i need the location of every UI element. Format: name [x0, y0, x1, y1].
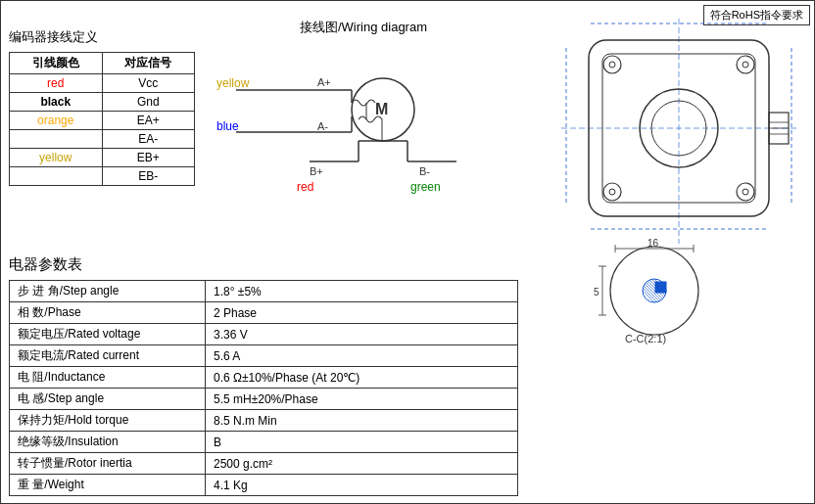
- table-row: 电 感/Step angle 5.5 mH±20%/Phase: [10, 389, 518, 410]
- signal-ea-minus: EA-: [102, 130, 195, 149]
- yellow-label: yellow: [216, 76, 250, 90]
- param-current-value: 5.6 A: [206, 345, 518, 367]
- svg-text:C-C(2:1): C-C(2:1): [625, 333, 666, 344]
- param-torque-label: 保持力矩/Hold torque: [10, 410, 206, 432]
- table-row: 重 量/Weight 4.1 Kg: [10, 475, 518, 496]
- wiring-section: 接线图/Wiring diagram M yellow A+ blue A- B…: [216, 19, 510, 206]
- wiring-diagram-svg: M yellow A+ blue A- B+ B-: [216, 46, 491, 203]
- table-row: 转子惯量/Rotor inertia 2500 g.cm²: [10, 453, 518, 475]
- encoder-section: 编码器接线定义 引线颜色 对应信号 red Vcc black Gnd oran…: [9, 28, 205, 186]
- svg-point-29: [603, 183, 621, 201]
- param-voltage-value: 3.36 V: [206, 324, 518, 345]
- wire-color-empty1: [10, 130, 103, 149]
- table-row: red Vcc: [10, 74, 195, 93]
- table-row: 相 数/Phase 2 Phase: [10, 302, 518, 324]
- wire-color-orange: orange: [10, 112, 103, 130]
- svg-text:5: 5: [594, 287, 599, 298]
- wire-color-yellow: yellow: [10, 149, 103, 167]
- table-row: 绝缘等级/Insulation B: [10, 432, 518, 453]
- param-step-angle-value: 1.8° ±5%: [206, 281, 518, 302]
- table-row: 保持力矩/Hold torque 8.5 N.m Min: [10, 410, 518, 432]
- signal-vcc: Vcc: [102, 74, 195, 93]
- svg-text:A-: A-: [317, 120, 328, 132]
- param-weight-value: 4.1 Kg: [206, 475, 518, 496]
- param-inductance2-value: 5.5 mH±20%/Phase: [206, 389, 518, 410]
- svg-text:M: M: [375, 101, 388, 117]
- mechanical-top-view-svg: [561, 19, 796, 244]
- svg-text:B-: B-: [419, 165, 430, 177]
- cross-section-svg: 16 5: [561, 237, 757, 354]
- params-section: 电器参数表 步 进 角/Step angle 1.8° ±5% 相 数/Phas…: [9, 255, 528, 496]
- svg-point-25: [603, 56, 621, 73]
- wire-color-red: red: [10, 74, 103, 93]
- signal-gnd: Gnd: [102, 93, 195, 112]
- encoder-header-color: 引线颜色: [10, 53, 103, 74]
- param-insulation-value: B: [206, 432, 518, 453]
- svg-point-28: [743, 62, 748, 68]
- param-current-label: 额定电流/Rated current: [10, 345, 206, 367]
- param-voltage-label: 额定电压/Rated voltage: [10, 324, 206, 345]
- mechanical-section: 16 5: [561, 19, 806, 357]
- encoder-header-signal: 对应信号: [102, 53, 195, 74]
- svg-text:A+: A+: [317, 76, 331, 88]
- red-label: red: [297, 180, 313, 194]
- params-table: 步 进 角/Step angle 1.8° ±5% 相 数/Phase 2 Ph…: [9, 280, 518, 496]
- param-step-angle-label: 步 进 角/Step angle: [10, 281, 206, 302]
- wire-color-empty2: [10, 167, 103, 186]
- signal-eb-plus: EB+: [102, 149, 195, 167]
- svg-point-27: [737, 56, 754, 73]
- table-row: 额定电流/Rated current 5.6 A: [10, 345, 518, 367]
- svg-point-26: [609, 62, 615, 68]
- param-insulation-label: 绝缘等级/Insulation: [10, 432, 206, 453]
- table-row: 电 阻/Inductance 0.6 Ω±10%/Phase (At 20℃): [10, 367, 518, 389]
- cross-section-area: 16 5: [561, 237, 806, 357]
- svg-point-31: [737, 183, 754, 201]
- table-row: yellow EB+: [10, 149, 195, 167]
- svg-text:B+: B+: [310, 165, 323, 177]
- table-row: 额定电压/Rated voltage 3.36 V: [10, 324, 518, 345]
- green-label: green: [410, 180, 441, 194]
- svg-point-30: [609, 189, 615, 195]
- table-row: black Gnd: [10, 93, 195, 112]
- table-row: EA-: [10, 130, 195, 149]
- table-row: EB-: [10, 167, 195, 186]
- param-inductance-label: 电 阻/Inductance: [10, 367, 206, 389]
- signal-ea-plus: EA+: [102, 112, 195, 130]
- table-row: 步 进 角/Step angle 1.8° ±5%: [10, 281, 518, 302]
- param-inertia-value: 2500 g.cm²: [206, 453, 518, 475]
- param-inductance-value: 0.6 Ω±10%/Phase (At 20℃): [206, 367, 518, 389]
- svg-point-32: [743, 189, 748, 195]
- encoder-title: 编码器接线定义: [9, 28, 205, 46]
- param-inductance2-label: 电 感/Step angle: [10, 389, 206, 410]
- wiring-title: 接线图/Wiring diagram: [216, 19, 510, 36]
- param-torque-value: 8.5 N.m Min: [206, 410, 518, 432]
- wire-color-black: black: [10, 93, 103, 112]
- encoder-table: 引线颜色 对应信号 red Vcc black Gnd orange EA+: [9, 52, 195, 186]
- param-phase-value: 2 Phase: [206, 302, 518, 324]
- params-title: 电器参数表: [9, 255, 528, 274]
- blue-label: blue: [216, 119, 239, 133]
- param-weight-label: 重 量/Weight: [10, 475, 206, 496]
- param-phase-label: 相 数/Phase: [10, 302, 206, 324]
- signal-eb-minus: EB-: [102, 167, 195, 186]
- table-row: orange EA+: [10, 112, 195, 130]
- param-inertia-label: 转子惯量/Rotor inertia: [10, 453, 206, 475]
